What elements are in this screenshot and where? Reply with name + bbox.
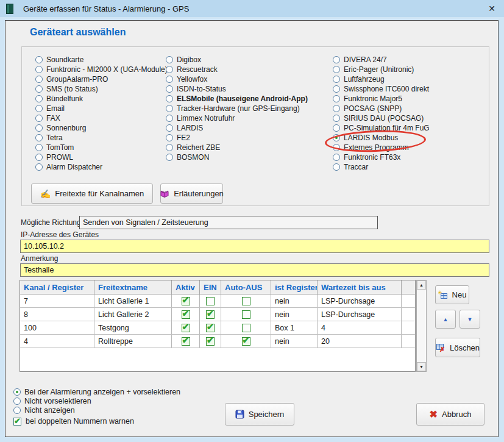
speichern-button-label: Speichern (249, 410, 285, 419)
device-radio-funktronic-major5[interactable]: Funktronic Major5 (333, 94, 430, 104)
device-radio-label: DIVERA 24/7 (344, 55, 387, 64)
table-row[interactable]: 4Rolltreppenein20 (20, 335, 415, 348)
neu-button-label: Neu (452, 290, 467, 299)
cell-auto-aus (221, 335, 271, 348)
device-radio-elsmobile-hauseigene-android-app[interactable]: ELSMobile (hauseigene Android-App) (166, 94, 308, 104)
device-radio-luftfahrzeug[interactable]: Luftfahrzeug (333, 74, 430, 84)
ip-address-input[interactable]: 10.105.10.2 (20, 240, 489, 253)
device-radio-prowl[interactable]: PROWL (35, 152, 168, 162)
speichern-button[interactable]: Speichern (225, 403, 294, 426)
erlaeuterungen-button[interactable]: Erläuterungen (160, 184, 223, 204)
column-header-wartezeit-bis-aus[interactable]: Wartezeit bis aus (318, 280, 402, 294)
device-radio-email[interactable]: Email (35, 104, 168, 113)
option-radio-bei-der-alarmierung-anzeigen-vorselektieren[interactable]: Bei der Alarmierung anzeigen + vorselekt… (13, 387, 180, 396)
device-radio-externes-programm[interactable]: Externes Programm (333, 143, 430, 152)
checkbox-aktiv-icon[interactable] (182, 337, 190, 346)
device-radio-tetra[interactable]: Tetra (35, 133, 168, 143)
delete-record-icon: ✗ (436, 343, 445, 352)
neu-button[interactable]: ✳ Neu (435, 285, 469, 304)
column-header-auto-aus[interactable]: Auto-AUS (221, 280, 271, 294)
device-radio-sirius-dau-pocsag[interactable]: SIRIUS DAU (POCSAG) (333, 113, 430, 123)
device-radio-rescuetrack[interactable]: Rescuetrack (166, 65, 308, 74)
device-radio-bündelfunk[interactable]: Bündelfunk (35, 94, 168, 104)
warn-duplicates-option[interactable]: bei doppelten Nummern warnen (13, 417, 134, 426)
device-radio-eric-pager-unitronic[interactable]: Eric-Pager (Unitronic) (333, 65, 430, 74)
column-header-kanal-register[interactable]: Kanal / Register (20, 280, 94, 294)
device-radio-digibox[interactable]: Digibox (166, 55, 308, 65)
anmerkung-input[interactable]: Testhalle (20, 263, 489, 277)
option-radio-nicht-vorselektieren[interactable]: Nicht vorselektieren (13, 396, 180, 405)
device-radio-isdn-to-status[interactable]: ISDN-to-Status (166, 84, 308, 94)
loeschen-button[interactable]: ✗ Löschen (435, 338, 480, 357)
device-radio-soundkarte[interactable]: Soundkarte (35, 55, 168, 65)
device-radio-alarm-dispatcher[interactable]: Alarm Dispatcher (35, 162, 168, 172)
richtung-label: Mögliche Richtung: (21, 218, 83, 227)
cell-freitext: Licht Gallerie 1 (94, 294, 172, 307)
device-radio-reichert-zbe[interactable]: Reichert ZBE (166, 143, 308, 152)
column-header-aktiv[interactable]: Aktiv (172, 280, 200, 294)
cell-aktiv (172, 308, 200, 321)
checkbox-auto-aus-icon[interactable] (242, 310, 250, 319)
device-radio-swissphone-itc600-direkt[interactable]: Swissphone ITC600 direkt (333, 84, 430, 94)
freitexte-button[interactable]: ✍ Freitexte für Kanalnamen (31, 184, 153, 204)
column-header-freitextname[interactable]: Freitextname (94, 280, 172, 294)
device-radio-tomtom[interactable]: TomTom (35, 143, 168, 152)
checkbox-ein-icon[interactable] (206, 337, 215, 346)
checkbox-aktiv-icon[interactable] (182, 324, 190, 332)
save-floppy-icon (235, 410, 244, 419)
device-radio-funktronic-ft63x[interactable]: Funktronic FT63x (333, 152, 430, 162)
device-radio-fax[interactable]: FAX (35, 113, 168, 123)
cell-ein (200, 335, 221, 348)
cell-kanal: 4 (20, 335, 94, 348)
device-radio-groupaalarm-pro[interactable]: GroupAalarm-PRO (35, 74, 168, 84)
checkbox-ein-icon[interactable] (206, 297, 215, 305)
table-row[interactable]: 7Licht Gallerie 1neinLSP-Durchsage (20, 294, 415, 308)
checkbox-ein-icon[interactable] (206, 324, 215, 332)
cell-auto-aus (221, 308, 271, 321)
checkbox-auto-aus-icon[interactable] (242, 297, 250, 305)
checkbox-auto-aus-icon[interactable] (242, 337, 250, 346)
checkbox-ein-icon[interactable] (206, 310, 215, 319)
device-radio-label: SIRIUS DAU (POCSAG) (344, 114, 424, 123)
device-radio-yellowfox[interactable]: Yellowfox (166, 74, 308, 84)
device-radio-lardis[interactable]: LARDIS (166, 123, 308, 133)
device-radio-bosmon[interactable]: BOSMON (166, 152, 308, 162)
device-radio-divera-24-7[interactable]: DIVERA 24/7 (333, 55, 430, 65)
move-down-button[interactable]: ▼ (460, 310, 480, 329)
device-radio-label: Funktronic FT63x (344, 153, 400, 162)
app-icon (6, 4, 13, 14)
checkbox-aktiv-icon[interactable] (182, 297, 190, 305)
checkbox-auto-aus-icon[interactable] (242, 324, 250, 332)
table-row[interactable]: 100TestgongBox 14 (20, 321, 415, 335)
scroll-down-icon[interactable]: ▼ (417, 362, 426, 371)
table-scrollbar[interactable]: ▲ ▼ (416, 280, 427, 372)
close-icon[interactable]: ✕ (484, 2, 499, 15)
abbruch-button[interactable]: ✖ Abbruch (416, 403, 484, 426)
device-radio-sms-to-status[interactable]: SMS (to Status) (35, 84, 168, 94)
table-row[interactable]: 8Licht Gallerie 2neinLSP-Durchsage (20, 308, 415, 321)
move-up-button[interactable]: ▲ (435, 310, 456, 329)
radio-icon (35, 115, 43, 122)
checkbox-aktiv-icon[interactable] (182, 310, 190, 319)
device-radio-sonnenburg[interactable]: Sonnenburg (35, 123, 168, 133)
device-radio-label: GroupAalarm-PRO (46, 75, 108, 84)
device-radio-label: Reichert ZBE (177, 143, 220, 152)
device-radio-traccar[interactable]: Traccar (333, 162, 430, 172)
cell-freitext: Testgong (94, 321, 172, 334)
device-radio-funktronic-mi2000-x-uga-module[interactable]: Funktronic - MI2000 X (UGA-Module) (35, 65, 168, 74)
column-header-ist-register[interactable]: ist Register (271, 280, 318, 294)
device-radio-tracker-hardware-nur-gps-eingang[interactable]: Tracker-Hardware (nur GPS-Eingang) (166, 104, 308, 113)
device-radio-pocsag-snpp[interactable]: POCSAG (SNPP) (333, 104, 430, 113)
device-radio-label: ELSMobile (hauseigene Android-App) (177, 94, 308, 103)
device-radio-limmex-notrufuhr[interactable]: Limmex Notrufuhr (166, 113, 308, 123)
device-radio-pc-simulation-für-4m-fug[interactable]: PC-Simulation für 4m FuG (333, 123, 430, 133)
radio-icon (166, 85, 173, 93)
svg-text:✳: ✳ (438, 290, 442, 296)
cell-wartezeit: LSP-Durchsage (318, 308, 402, 321)
option-radio-nicht-anzeigen[interactable]: Nicht anzeigen (13, 405, 180, 415)
device-radio-label: Tracker-Hardware (nur GPS-Eingang) (177, 104, 300, 113)
scroll-up-icon[interactable]: ▲ (417, 280, 426, 290)
device-radio-fe2[interactable]: FE2 (166, 133, 308, 143)
column-header-ein[interactable]: EIN (200, 280, 221, 294)
device-radio-lardis-modbus[interactable]: LARDIS Modbus (333, 133, 430, 143)
